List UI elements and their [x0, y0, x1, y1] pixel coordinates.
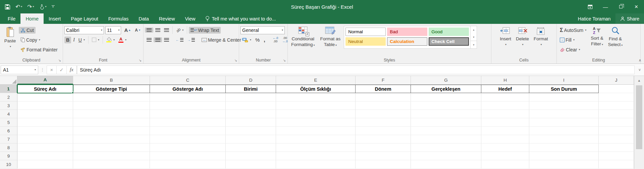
cell-G5[interactable] — [411, 118, 481, 127]
copy-dropdown-icon[interactable]: ▾ — [39, 38, 40, 41]
cell-A9[interactable] — [17, 152, 73, 160]
cell-C1[interactable]: Gösterge Adı — [150, 85, 226, 93]
tab-review[interactable]: Review — [154, 13, 180, 24]
number-format-dropdown-icon[interactable]: ▾ — [282, 29, 283, 32]
cell-I4[interactable] — [529, 110, 599, 118]
cell-I2[interactable] — [529, 93, 599, 101]
cell-H5[interactable] — [481, 118, 529, 127]
column-header-G[interactable]: G — [411, 76, 481, 84]
cell-C8[interactable] — [150, 143, 226, 152]
column-header-B[interactable]: B — [73, 76, 150, 84]
formula-input[interactable]: Süreç Adı — [77, 66, 635, 74]
underline-button[interactable]: U▾ — [77, 37, 87, 43]
italic-button[interactable]: I — [71, 37, 76, 43]
cell-B2[interactable] — [73, 93, 150, 101]
cell-G9[interactable] — [411, 152, 481, 160]
middle-align-button[interactable] — [154, 28, 162, 33]
fill-handle[interactable] — [72, 92, 74, 94]
cell-H1[interactable]: Hedef — [481, 85, 529, 93]
cell-I6[interactable] — [529, 127, 599, 135]
tab-file[interactable]: File — [3, 13, 20, 24]
font-size-dropdown-icon[interactable]: ▾ — [118, 29, 119, 32]
paste-dropdown-icon[interactable]: ▾ — [10, 45, 11, 48]
share-button[interactable]: Share — [615, 13, 644, 24]
cell-style-normal[interactable]: Normal — [345, 28, 386, 36]
cell-B5[interactable] — [73, 118, 150, 127]
cell-I5[interactable] — [529, 118, 599, 127]
cell-D5[interactable] — [226, 118, 276, 127]
cell-C2[interactable] — [150, 93, 226, 101]
row-header-6[interactable]: 6 — [0, 127, 17, 135]
cell-G4[interactable] — [411, 110, 481, 118]
align-left-button[interactable] — [145, 37, 153, 42]
number-format-combo[interactable]: General ▾ — [240, 26, 285, 34]
minimize-button[interactable]: — — [598, 0, 613, 13]
clipboard-dialog-launcher[interactable]: ↘ — [58, 59, 61, 62]
cell-style-bad[interactable]: Bad — [387, 28, 427, 36]
conditional-formatting-dropdown-icon[interactable]: ▾ — [314, 44, 315, 47]
fill-dropdown-icon[interactable]: ▾ — [573, 38, 575, 41]
cell-H8[interactable] — [481, 143, 529, 152]
bottom-align-button[interactable] — [162, 28, 171, 33]
cell-F8[interactable] — [356, 143, 411, 152]
enter-button[interactable]: ✓ — [57, 66, 67, 74]
underline-dropdown-icon[interactable]: ▾ — [84, 38, 85, 41]
cell-I7[interactable] — [529, 135, 599, 143]
column-header-A[interactable]: A — [17, 76, 73, 84]
column-header-F[interactable]: F — [356, 76, 411, 84]
cell-C9[interactable] — [150, 152, 226, 160]
cell-J2[interactable] — [599, 93, 634, 101]
cell-C7[interactable] — [150, 135, 226, 143]
autosum-dropdown-icon[interactable]: ▾ — [585, 29, 586, 32]
font-dialog-launcher[interactable]: ↘ — [139, 59, 142, 62]
comma-style-button[interactable]: , — [262, 36, 267, 44]
column-header-E[interactable]: E — [276, 76, 356, 84]
row-header-1[interactable]: 1 — [0, 85, 17, 93]
column-header-I[interactable]: I — [529, 76, 599, 84]
format-as-table-button[interactable]: Format asTable▾ — [318, 25, 343, 56]
number-dialog-launcher[interactable]: ↘ — [283, 59, 286, 62]
cell-G7[interactable] — [411, 135, 481, 143]
cell-A7[interactable] — [17, 135, 73, 143]
cell-F10[interactable] — [356, 160, 411, 169]
tab-home[interactable]: Home — [20, 13, 44, 24]
cell-B9[interactable] — [73, 152, 150, 160]
cell-A6[interactable] — [17, 127, 73, 135]
cell-F9[interactable] — [356, 152, 411, 160]
autosum-button[interactable]: ΣAutoSum▾ — [558, 27, 588, 34]
tab-formulas[interactable]: Formulas — [103, 13, 133, 24]
grow-font-button[interactable]: A▴ — [122, 27, 132, 34]
cell-G6[interactable] — [411, 127, 481, 135]
cell-H3[interactable] — [481, 101, 529, 110]
cell-E9[interactable] — [276, 152, 356, 160]
cell-H9[interactable] — [481, 152, 529, 160]
conditional-formatting-button[interactable]: ≠ ConditionalFormatting▾ — [289, 25, 317, 56]
percent-style-button[interactable]: % — [254, 36, 261, 43]
fill-color-button[interactable]: ▾ — [105, 37, 116, 43]
cell-A1[interactable]: Süreç Adı — [17, 85, 73, 93]
restore-button[interactable] — [613, 0, 629, 13]
cell-G1[interactable]: Gerçekleşen — [411, 85, 481, 93]
delete-cells-button[interactable]: Delete ▾ — [514, 25, 531, 56]
cell-J10[interactable] — [599, 160, 634, 169]
font-size-combo[interactable]: 11 ▾ — [105, 26, 121, 34]
format-as-table-dropdown-icon[interactable]: ▾ — [335, 44, 337, 47]
cell-F3[interactable] — [356, 101, 411, 110]
row-header-2[interactable]: 2 — [0, 93, 17, 101]
name-box[interactable]: A1 ▾ — [1, 66, 38, 74]
cell-D6[interactable] — [226, 127, 276, 135]
cell-H2[interactable] — [481, 93, 529, 101]
tab-page-layout[interactable]: Page Layout — [66, 13, 103, 24]
format-cells-button[interactable]: Format ▾ — [532, 25, 550, 56]
cell-C3[interactable] — [150, 101, 226, 110]
column-header-C[interactable]: C — [150, 76, 226, 84]
row-header-5[interactable]: 5 — [0, 118, 17, 127]
cell-E10[interactable] — [276, 160, 356, 169]
expand-formula-bar-icon[interactable]: ∨ — [635, 68, 644, 72]
cell-H6[interactable] — [481, 127, 529, 135]
row-header-10[interactable]: 10 — [0, 160, 17, 169]
increase-indent-button[interactable]: → — [185, 37, 197, 42]
insert-dropdown-icon[interactable]: ▾ — [505, 43, 506, 46]
cell-J8[interactable] — [599, 143, 634, 152]
cell-D9[interactable] — [226, 152, 276, 160]
